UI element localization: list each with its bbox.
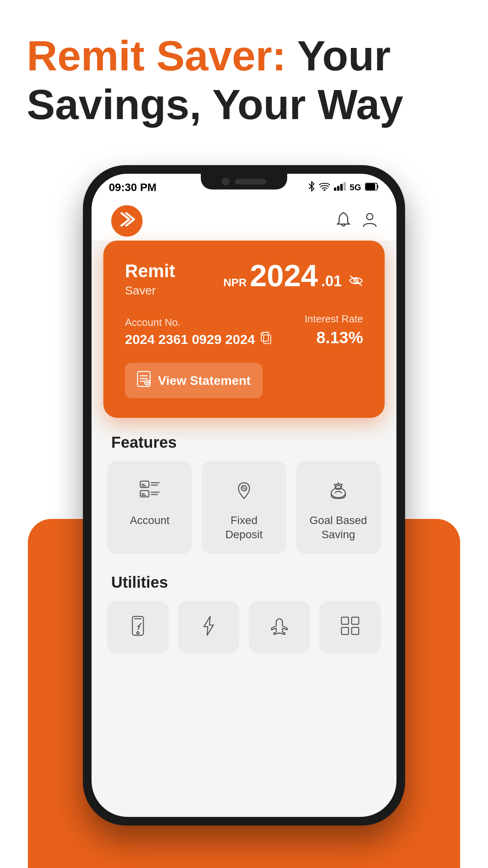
account-label: Account bbox=[130, 513, 169, 528]
balance-currency: NPR bbox=[224, 276, 247, 289]
svg-rect-10 bbox=[264, 335, 271, 344]
phone-shell: 09:30 PM bbox=[83, 165, 405, 826]
feature-account[interactable]: Account bbox=[107, 461, 192, 554]
card-top: Remit Saver NPR 2024 .01 bbox=[125, 260, 363, 297]
features-grid: Account % FixedDeposit bbox=[103, 461, 385, 558]
interest-label: Interest Rate bbox=[305, 313, 363, 325]
goal-saving-label: Goal BasedSaving bbox=[310, 513, 367, 542]
svg-rect-38 bbox=[352, 617, 359, 624]
svg-rect-6 bbox=[366, 184, 375, 189]
card-branding: Remit Saver bbox=[125, 260, 175, 297]
svg-point-34 bbox=[137, 632, 139, 634]
utilities-title: Utilities bbox=[103, 558, 385, 601]
utilities-grid bbox=[103, 601, 385, 657]
status-time: 09:30 PM bbox=[109, 181, 156, 194]
hero-brand: Remit Saver: bbox=[27, 32, 286, 79]
copy-icon[interactable] bbox=[261, 332, 272, 347]
card-account-info: Account No. 2024 2361 0929 2024 bbox=[125, 316, 272, 347]
feature-goal-saving[interactable]: Goal BasedSaving bbox=[296, 461, 381, 554]
svg-text:%: % bbox=[242, 486, 246, 491]
content-area: Features bbox=[92, 418, 396, 657]
balance-cents: .01 bbox=[321, 273, 342, 290]
svg-rect-4 bbox=[343, 182, 346, 191]
electricity-icon bbox=[198, 615, 220, 642]
svg-point-7 bbox=[367, 213, 373, 220]
card-account-row: Account No. 2024 2361 0929 2024 bbox=[125, 313, 363, 347]
logo-chevron bbox=[118, 212, 136, 230]
bluetooth-icon bbox=[308, 181, 315, 194]
svg-rect-2 bbox=[337, 186, 339, 191]
card-balance: NPR 2024 .01 bbox=[224, 260, 363, 291]
fixed-deposit-label: FixedDeposit bbox=[226, 513, 263, 542]
notch-camera bbox=[222, 178, 229, 186]
hide-balance-icon[interactable] bbox=[349, 275, 363, 289]
app-header-right bbox=[336, 211, 377, 230]
phone-screen: 09:30 PM bbox=[92, 174, 396, 817]
grid-icon bbox=[339, 615, 361, 642]
features-title: Features bbox=[103, 418, 385, 461]
notch-speaker bbox=[235, 179, 266, 184]
interest-rate: 8.13% bbox=[305, 328, 363, 347]
app-header bbox=[92, 201, 396, 241]
utility-travel[interactable] bbox=[249, 601, 310, 653]
account-number: 2024 2361 0929 2024 bbox=[125, 332, 272, 347]
phone-mockup: 09:30 PM bbox=[38, 165, 450, 868]
utility-mobile[interactable] bbox=[107, 601, 169, 653]
card-title: Remit bbox=[125, 260, 175, 281]
svg-rect-40 bbox=[352, 627, 359, 634]
notch bbox=[201, 174, 287, 189]
status-icons: 5G bbox=[308, 181, 379, 194]
savings-card: Remit Saver NPR 2024 .01 bbox=[103, 241, 385, 418]
fixed-deposit-icon: % bbox=[228, 475, 260, 506]
notification-icon[interactable] bbox=[336, 211, 351, 230]
statement-label: View Statement bbox=[158, 373, 251, 388]
svg-rect-11 bbox=[261, 333, 268, 341]
status-bar: 09:30 PM bbox=[92, 174, 396, 201]
hero-section: Remit Saver: YourSavings, Your Way bbox=[27, 31, 461, 129]
app-logo[interactable] bbox=[111, 205, 143, 237]
account-label: Account No. bbox=[125, 316, 272, 329]
card-interest-info: Interest Rate 8.13% bbox=[305, 313, 363, 347]
statement-icon bbox=[137, 371, 151, 390]
feature-fixed-deposit[interactable]: % FixedDeposit bbox=[202, 461, 286, 554]
signal-icon bbox=[334, 182, 346, 193]
svg-rect-37 bbox=[341, 617, 349, 624]
hero-title: Remit Saver: YourSavings, Your Way bbox=[27, 31, 461, 129]
card-subtitle: Saver bbox=[125, 284, 175, 297]
svg-point-0 bbox=[324, 190, 325, 191]
svg-marker-36 bbox=[204, 616, 213, 635]
svg-rect-1 bbox=[334, 188, 336, 191]
account-icon bbox=[134, 475, 165, 506]
battery-icon bbox=[365, 182, 379, 193]
wifi-icon bbox=[319, 182, 330, 193]
utility-electricity[interactable] bbox=[178, 601, 239, 653]
mobile-recharge-icon bbox=[127, 615, 149, 642]
utility-more[interactable] bbox=[319, 601, 381, 653]
goal-saving-icon bbox=[323, 475, 354, 506]
balance-amount: 2024 bbox=[250, 260, 318, 291]
profile-icon[interactable] bbox=[363, 211, 377, 230]
svg-rect-3 bbox=[340, 184, 343, 191]
5g-badge: 5G bbox=[350, 182, 361, 193]
view-statement-button[interactable]: View Statement bbox=[125, 363, 262, 398]
svg-rect-39 bbox=[341, 627, 349, 634]
travel-icon bbox=[268, 615, 290, 642]
